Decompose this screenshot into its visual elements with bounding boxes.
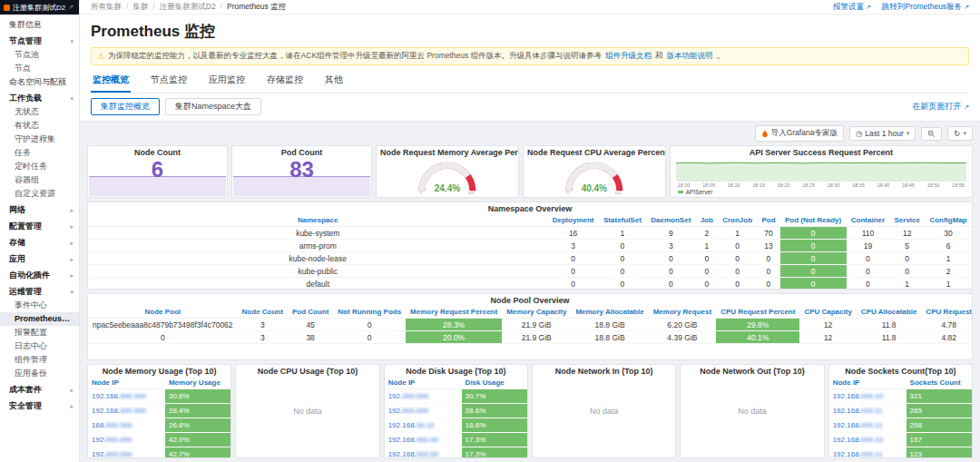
cluster-switcher[interactable]: 注册集群测试D2 ↗	[0, 0, 79, 15]
sidebar-item[interactable]: 配置管理 ▸	[0, 220, 79, 233]
node-ip-link[interactable]: 192.168.000.11	[829, 418, 906, 433]
sidebar-item[interactable]: 定时任务	[0, 160, 79, 173]
banner-version-doc-link[interactable]: 版本功能说明	[667, 51, 713, 62]
column-header[interactable]: Job	[696, 214, 718, 227]
breadcrumb-item[interactable]: 注册集群测试D2	[148, 2, 215, 13]
sidebar-item[interactable]: Prometheus 监控	[0, 312, 79, 326]
refresh-button[interactable]: ↻ ▾	[947, 126, 973, 141]
sidebar-item[interactable]: 自动化插件 ▸	[0, 269, 79, 282]
node-ip-link[interactable]: 168.000.000	[88, 418, 165, 433]
sidebar-item[interactable]: 集群信息	[0, 18, 79, 32]
column-header[interactable]: Memory Allocatable	[571, 306, 648, 319]
sidebar-item[interactable]: 网络 ▸	[0, 203, 79, 217]
column-header[interactable]: Sockets Count	[906, 377, 972, 389]
header-action-link[interactable]: 跳转到Prometheus服务 ↗	[882, 2, 969, 13]
sidebar-item[interactable]: 日志中心	[0, 339, 79, 353]
column-header[interactable]: Pod (Not Ready)	[780, 214, 847, 227]
breadcrumb-item[interactable]: 所有集群	[91, 2, 122, 13]
column-header[interactable]: Node IP	[385, 377, 462, 389]
column-header[interactable]: Pod Count	[288, 306, 333, 319]
column-header[interactable]: CPU Request Percent	[716, 306, 799, 319]
namespace-link[interactable]: arms-prom	[88, 240, 547, 252]
zoom-out-button[interactable]	[921, 127, 942, 141]
column-header[interactable]: Memory Request Percent	[406, 306, 502, 319]
breadcrumb-item[interactable]: Prometheus 监控	[216, 2, 287, 13]
column-header[interactable]: CPU Capacity	[799, 306, 856, 319]
column-header[interactable]: Memory Usage	[165, 377, 230, 389]
node-ip-link[interactable]: 192.168.000.00	[385, 447, 462, 459]
dashboard-switch-button[interactable]: 集群监控概览	[91, 98, 160, 115]
column-header[interactable]: Memory Capacity	[502, 306, 571, 319]
sidebar-item[interactable]: 应用备份	[0, 367, 79, 380]
sidebar-item[interactable]: 节点池	[0, 48, 79, 62]
sidebar-item[interactable]: 工作负载 ▾	[0, 92, 79, 105]
sidebar-item[interactable]: 守护进程集	[0, 133, 79, 146]
node-ip-link[interactable]: 192.000.000	[385, 389, 462, 404]
node-ip-link[interactable]: 192.168.000.11	[829, 447, 906, 459]
chart-legend[interactable]: APIServer	[676, 189, 966, 196]
import-grafana-button[interactable]: 导入Grafana专家版	[755, 125, 844, 142]
sidebar-item[interactable]: 节点管理 ▾	[0, 34, 79, 48]
column-header[interactable]: DaemonSet	[646, 214, 696, 227]
node-ip-link[interactable]: 192.168.000.00	[385, 433, 462, 447]
node-pool-link[interactable]: 0	[88, 331, 238, 344]
node-pool-link[interactable]: npac5eebeaaa8c4879b73498f3f4c70062	[88, 319, 238, 331]
sidebar-item[interactable]: 自定义资源	[0, 187, 79, 201]
sidebar-item[interactable]: 命名空间与配额	[0, 75, 79, 89]
column-header[interactable]: Not Running Pods	[333, 306, 406, 319]
column-header[interactable]: Node IP	[829, 377, 906, 389]
tab[interactable]: 节点监控	[149, 71, 189, 93]
breadcrumb-item[interactable]: 集群	[122, 2, 148, 13]
node-ip-link[interactable]: 192.168.000.10	[829, 433, 906, 447]
tab[interactable]: 应用监控	[207, 71, 247, 93]
time-range-picker[interactable]: ◷ Last 1 hour ▾	[849, 126, 916, 141]
tab[interactable]: 存储监控	[265, 71, 305, 93]
column-header[interactable]: Memory Request	[649, 306, 716, 319]
tab[interactable]: 其他	[323, 71, 345, 93]
column-header[interactable]: Disk Usage	[462, 377, 527, 389]
sidebar-item[interactable]: 节点	[0, 62, 79, 75]
sidebar-item[interactable]: 安全管理 ▸	[0, 399, 79, 413]
column-header[interactable]: Node Count	[238, 306, 288, 319]
column-header[interactable]: Pod	[757, 214, 779, 227]
node-ip-link[interactable]: 192.168.000.11	[829, 404, 906, 418]
sidebar-item[interactable]: 有状态	[0, 119, 79, 133]
column-header[interactable]: CPU Request	[921, 306, 973, 319]
column-header[interactable]: ConfigMap	[925, 214, 972, 227]
sidebar-item[interactable]: 应用 ▸	[0, 252, 79, 266]
namespace-link[interactable]: kube-node-lease	[88, 252, 547, 265]
node-ip-link[interactable]: 192.168.000.000	[88, 404, 165, 418]
namespace-link[interactable]: kube-public	[88, 265, 547, 278]
tab[interactable]: 监控概览	[91, 71, 131, 93]
sidebar-item[interactable]: 成本套件 ▸	[0, 383, 79, 397]
sidebar-item[interactable]: 存储 ▸	[0, 236, 79, 250]
column-header[interactable]: Service	[889, 214, 925, 227]
sidebar-item[interactable]: 容器组	[0, 173, 79, 187]
node-ip-link[interactable]: 192.000.000	[88, 433, 165, 447]
namespace-link[interactable]: default	[88, 278, 547, 290]
sidebar-item[interactable]: 事件中心	[0, 299, 79, 312]
column-header[interactable]: Deployment	[547, 214, 598, 227]
column-header[interactable]: Namespace	[88, 214, 547, 227]
node-ip-link[interactable]: 192.168.000.10	[829, 389, 906, 404]
column-header[interactable]: CPU Allocatable	[857, 306, 922, 319]
header-action-link[interactable]: 报警设置 ↗	[833, 2, 871, 13]
node-ip-link[interactable]: 192.168.000.000	[88, 389, 165, 404]
column-header[interactable]: StatefulSet	[599, 214, 646, 227]
sidebar-item[interactable]: 报警配置	[0, 326, 79, 339]
node-ip-link[interactable]: 192.000.000	[385, 404, 462, 418]
sidebar-item[interactable]: 组件管理	[0, 353, 79, 367]
column-header[interactable]: CronJob	[718, 214, 757, 227]
banner-upgrade-doc-link[interactable]: 组件升级文档	[605, 51, 652, 62]
column-header[interactable]: Container	[847, 214, 890, 227]
open-new-page-link[interactable]: 在新页面打开 ↗	[912, 101, 969, 113]
column-header[interactable]: Node Pool	[88, 306, 238, 319]
sidebar-item[interactable]: 无状态	[0, 105, 79, 119]
sidebar-item[interactable]: 运维管理 ▾	[0, 285, 79, 299]
dashboard-switch-button[interactable]: 集群Namespace大盘	[165, 98, 261, 115]
sidebar-item[interactable]: 任务	[0, 146, 79, 160]
column-header[interactable]: Node IP	[88, 377, 165, 389]
namespace-link[interactable]: kube-system	[88, 227, 547, 240]
node-ip-link[interactable]: 192.000.000	[88, 447, 165, 459]
node-ip-link[interactable]: 192.168.00.12	[385, 418, 462, 433]
